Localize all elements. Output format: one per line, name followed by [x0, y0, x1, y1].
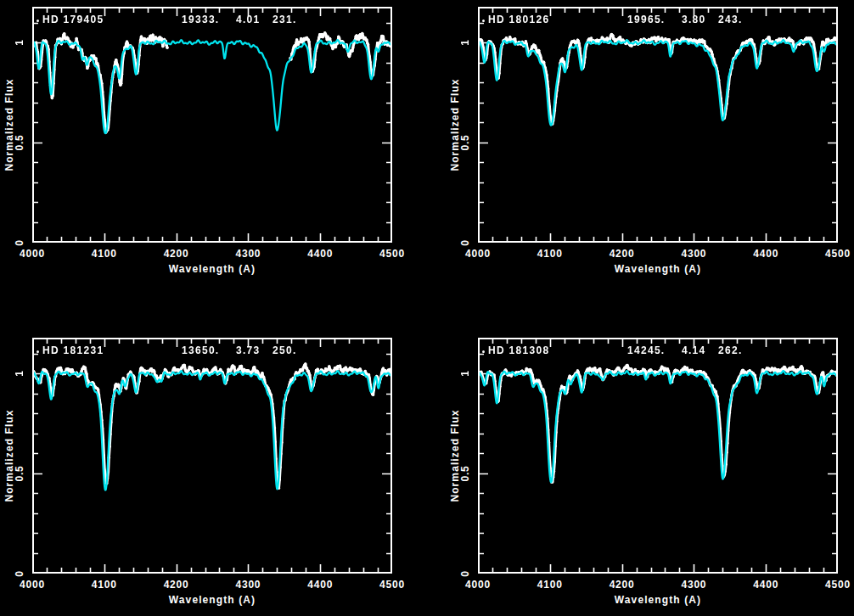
x-axis-label: Wavelength (A): [169, 594, 256, 606]
x-tick-label: 4300: [235, 248, 261, 260]
panel-hd-181231: HD 181231 13650. 3.73 250. Wavelength (A…: [32, 338, 392, 574]
vsini-value: 262.: [718, 344, 743, 356]
y-tick-label: 0.5: [459, 465, 471, 481]
spectrum-canvas: [478, 7, 838, 243]
x-tick-label: 4000: [465, 248, 491, 260]
spectrum-canvas: [32, 7, 392, 243]
panel-hd-179405: HD 179405 19333. 4.01 231. Wavelength (A…: [32, 7, 392, 243]
teff-value: 19333.: [182, 14, 220, 25]
logg-value: 3.80: [682, 14, 706, 25]
x-tick-label: 4100: [92, 248, 117, 260]
x-tick-label: 4300: [681, 248, 706, 260]
logg-value: 4.01: [236, 14, 261, 25]
x-tick-label: 4500: [379, 248, 405, 260]
x-tick-label: 4000: [20, 248, 45, 260]
y-tick-label: 0.5: [459, 134, 471, 150]
y-axis-label: Normalized Flux: [449, 409, 461, 501]
y-tick-label: 0.5: [14, 465, 25, 481]
y-tick-label: 0: [459, 239, 471, 245]
star-name-label: HD 181308: [488, 344, 549, 356]
x-tick-label: 4500: [825, 579, 851, 591]
vsini-value: 243.: [718, 14, 743, 25]
spectrum-canvas: [478, 338, 838, 574]
y-tick-label: 0: [459, 570, 471, 576]
x-tick-label: 4100: [92, 579, 117, 591]
x-tick-label: 4200: [164, 579, 189, 591]
teff-value: 19965.: [627, 14, 666, 25]
star-name-label: HD 181231: [42, 344, 104, 356]
x-tick-label: 4400: [307, 248, 333, 260]
y-tick-label: 0: [14, 570, 25, 576]
panel-hd-181308: HD 181308 14245. 4.14 262. Wavelength (A…: [478, 338, 838, 574]
spectrum-canvas: [32, 338, 392, 574]
x-tick-label: 4500: [379, 579, 405, 591]
x-tick-label: 4300: [235, 579, 261, 591]
vsini-value: 250.: [272, 344, 297, 356]
x-tick-label: 4000: [465, 579, 491, 591]
teff-value: 14245.: [627, 344, 666, 356]
x-axis-label: Wavelength (A): [169, 263, 256, 275]
y-tick-label: 1: [14, 370, 25, 376]
logg-value: 4.14: [682, 344, 706, 356]
observed-data-symbol-dot: [37, 20, 39, 22]
x-tick-label: 4200: [610, 579, 635, 591]
x-tick-label: 4100: [537, 579, 563, 591]
panel-hd-180126: HD 180126 19965. 3.80 243. Wavelength (A…: [478, 7, 838, 243]
x-tick-label: 4200: [164, 248, 189, 260]
x-axis-label: Wavelength (A): [615, 263, 701, 275]
vsini-value: 231.: [272, 14, 297, 25]
x-tick-label: 4400: [753, 579, 778, 591]
x-tick-label: 4400: [307, 579, 333, 591]
y-tick-label: 1: [459, 370, 471, 376]
observed-data-symbol-dot: [482, 350, 485, 353]
star-name-label: HD 180126: [488, 14, 549, 25]
y-axis-label: Normalized Flux: [3, 78, 15, 171]
x-tick-label: 4000: [20, 579, 45, 591]
observed-data-symbol-dot: [482, 20, 485, 22]
y-tick-label: 1: [459, 39, 471, 45]
y-tick-label: 0.5: [14, 134, 25, 150]
x-axis-label: Wavelength (A): [615, 594, 701, 606]
y-axis-label: Normalized Flux: [449, 78, 461, 171]
x-tick-label: 4300: [681, 579, 706, 591]
x-tick-label: 4100: [537, 248, 563, 260]
observed-data-symbol-dot: [37, 350, 39, 353]
x-tick-label: 4200: [610, 248, 635, 260]
logg-value: 3.73: [236, 344, 261, 356]
y-tick-label: 0: [14, 239, 25, 245]
teff-value: 13650.: [182, 344, 220, 356]
x-tick-label: 4500: [825, 248, 851, 260]
y-axis-label: Normalized Flux: [3, 409, 15, 501]
star-name-label: HD 179405: [42, 14, 104, 25]
y-tick-label: 1: [14, 39, 25, 45]
spectra-figure-page: { "page": { "background": "#000000", "wi…: [0, 0, 854, 616]
x-tick-label: 4400: [753, 248, 778, 260]
